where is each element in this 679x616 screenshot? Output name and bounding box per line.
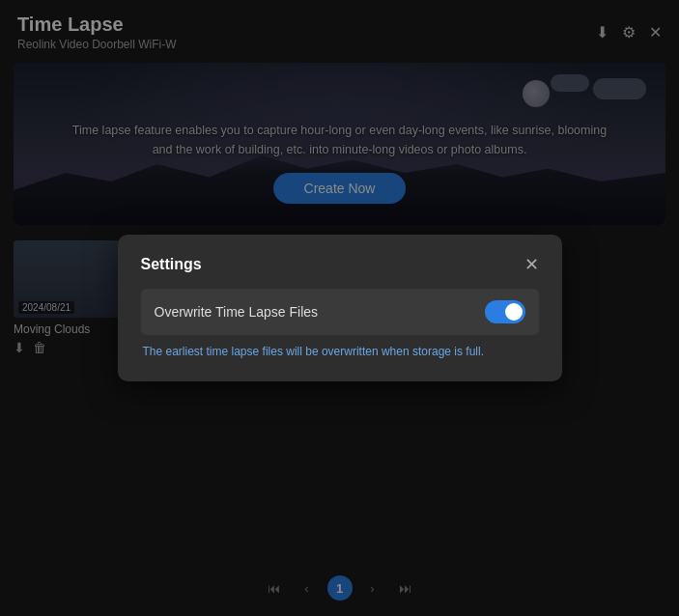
- modal-title: Settings: [141, 256, 202, 273]
- modal-header: Settings ✕: [141, 256, 539, 273]
- modal-close-button[interactable]: ✕: [524, 256, 539, 273]
- modal-overlay: Settings ✕ Overwrite Time Lapse Files Th…: [0, 0, 679, 616]
- toggle-thumb: [505, 303, 523, 321]
- overwrite-hint: The earliest time lapse files will be ov…: [141, 345, 539, 358]
- overwrite-setting-row: Overwrite Time Lapse Files: [141, 289, 539, 335]
- overwrite-toggle[interactable]: [485, 300, 525, 323]
- settings-modal: Settings ✕ Overwrite Time Lapse Files Th…: [118, 235, 562, 381]
- overwrite-label: Overwrite Time Lapse Files: [155, 304, 319, 320]
